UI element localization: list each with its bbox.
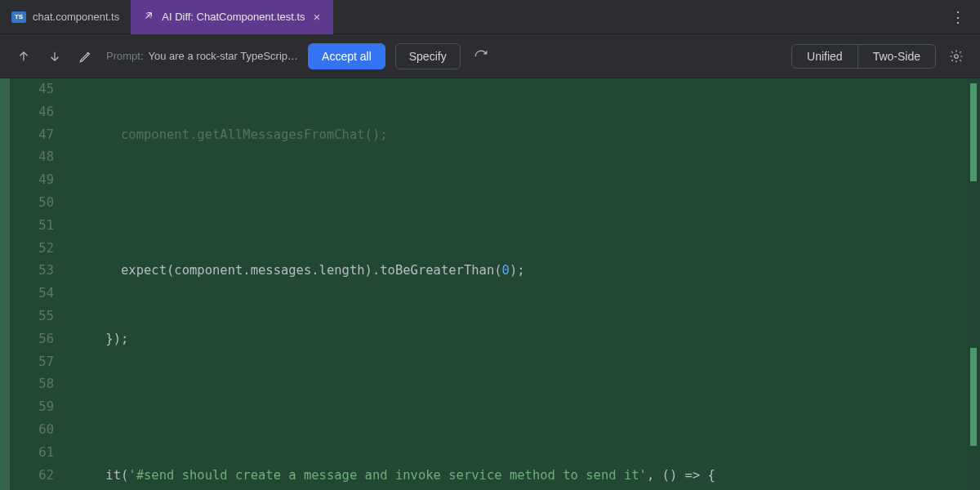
tab-label: AI Diff: ChatComponent.test.ts <box>162 11 305 23</box>
overview-ruler[interactable] <box>967 78 980 490</box>
view-unified-button[interactable]: Unified <box>792 45 858 68</box>
code-editor[interactable]: 454647 484950 515253 545556 575859 60616… <box>0 78 980 490</box>
tab-label: chat.component.ts <box>33 11 119 23</box>
code-content[interactable]: component.getAllMessagesFromChat(); expe… <box>69 78 980 490</box>
prompt-display[interactable]: Prompt: You are a rock-star TypeScrip… <box>106 50 298 62</box>
next-diff-icon[interactable] <box>44 46 65 67</box>
svg-point-0 <box>955 54 959 58</box>
line-number-gutter: 454647 484950 515253 545556 575859 60616… <box>10 78 69 490</box>
tab-chat-component[interactable]: TS chat.component.ts <box>0 0 131 34</box>
tab-bar: TS chat.component.ts AI Diff: ChatCompon… <box>0 0 980 34</box>
code-line: component.getAllMessagesFromChat(); <box>75 124 980 147</box>
typescript-icon: TS <box>11 11 26 23</box>
settings-icon[interactable] <box>946 46 967 67</box>
accept-all-button[interactable]: Accept all <box>308 43 385 69</box>
prompt-text: You are a rock-star TypeScrip… <box>149 50 299 62</box>
edit-prompt-icon[interactable] <box>75 46 96 67</box>
view-mode-toggle: Unified Two-Side <box>791 44 936 69</box>
view-two-side-button[interactable]: Two-Side <box>858 45 935 68</box>
diff-gutter <box>0 78 10 490</box>
diff-icon <box>142 9 155 24</box>
code-line: it('#send should create a message and in… <box>75 465 980 488</box>
diff-toolbar: Prompt: You are a rock-star TypeScrip… A… <box>0 34 980 78</box>
regenerate-icon[interactable] <box>470 46 492 67</box>
code-line: }); <box>75 328 980 351</box>
specify-button[interactable]: Specify <box>395 43 461 69</box>
prev-diff-icon[interactable] <box>13 46 34 67</box>
close-icon[interactable]: × <box>312 10 323 24</box>
more-menu-icon[interactable]: ⋮ <box>938 8 980 26</box>
code-line: expect(component.messages.length).toBeGr… <box>75 260 980 283</box>
prompt-label: Prompt: <box>106 50 144 62</box>
tab-ai-diff[interactable]: AI Diff: ChatComponent.test.ts × <box>131 0 333 34</box>
